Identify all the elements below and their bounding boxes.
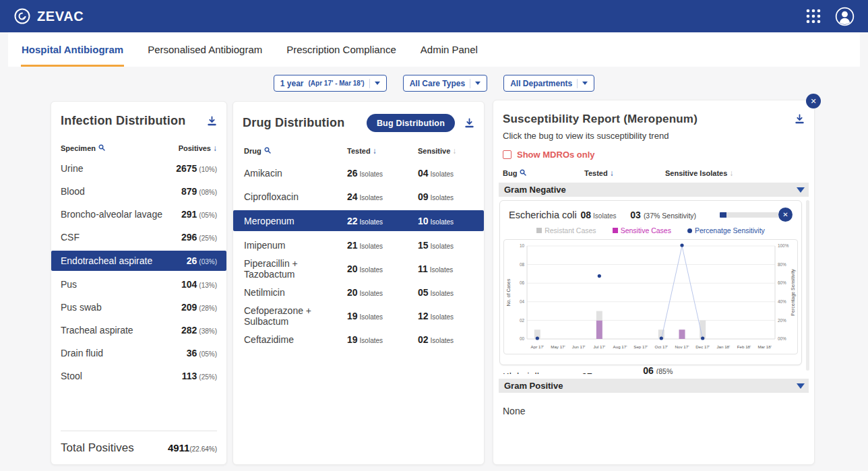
gram-positive-header[interactable]: Gram Positive [499, 379, 809, 393]
filter-departments[interactable]: All Departments [503, 75, 594, 92]
infection-row-stool[interactable]: Stool113(25%) [61, 365, 217, 387]
sensitivity-bar-fill [720, 212, 726, 218]
sort-icon[interactable]: ↓ [452, 146, 456, 156]
svg-text:No. of Cases: No. of Cases [506, 278, 511, 306]
drug-row-ceftazidime[interactable]: Ceftazidime19Isolates02Isolates [244, 327, 473, 351]
svg-text:Feb 18': Feb 18' [737, 344, 751, 349]
drug-row-ciprofloxacin[interactable]: Ciprofloxacin24Isolates09Isolates [244, 185, 473, 208]
svg-text:Jul 17': Jul 17' [593, 344, 605, 349]
dropdown-caret-icon[interactable] [475, 82, 480, 85]
sort-icon[interactable]: ↓ [729, 168, 733, 178]
tested-value: 08Isolates [581, 209, 631, 221]
drug-name: Ciprofloxacin [244, 191, 347, 202]
filter-date-range[interactable]: 1 year(Apr 17' - Mar 18') [274, 75, 387, 92]
infection-row-drain-fluid[interactable]: Drain fluid36(05%) [61, 342, 217, 365]
column-specimen[interactable]: Specimen [61, 144, 105, 152]
drug-row-meropenum[interactable]: Meropenum22Isolates10Isolates [233, 210, 484, 231]
sort-desc-icon[interactable]: ↓ [610, 168, 614, 178]
specimen-label: Endotracheal aspirate [61, 255, 152, 266]
total-positives-label: Total Positives [61, 441, 134, 455]
legend-item-resistant-cases: Resistant Cases [536, 226, 596, 234]
filter-label: All Care Types [410, 79, 465, 88]
total-positives: Total Positives 4911(22.64%) [61, 431, 217, 464]
tab-hospital-antibiogram[interactable]: Hospital Antibiogram [21, 32, 124, 67]
search-icon[interactable] [520, 169, 526, 177]
tab-admin-panel[interactable]: Admin Panel [420, 32, 478, 67]
sensitive-value: 04Isolates [418, 168, 473, 179]
collapse-icon[interactable] [797, 187, 805, 193]
tested-value: 19Isolates [347, 311, 418, 321]
tab-personalised-antibiogram[interactable]: Personalised Antibiogram [147, 32, 263, 67]
app-header: ZEVAC [0, 0, 868, 32]
sensitive-value: 12Isolates [418, 311, 473, 321]
total-positives-value: 4911(22.64%) [168, 442, 217, 454]
close-button[interactable]: ✕ [778, 208, 793, 222]
svg-text:60%: 60% [778, 280, 786, 285]
dropdown-caret-icon[interactable] [375, 82, 380, 85]
gram-negative-header[interactable]: Gram Negative [499, 183, 809, 197]
specimen-label: Broncho-alveolar lavage [61, 209, 162, 220]
profile-icon[interactable] [835, 7, 855, 26]
infection-row-tracheal-aspirate[interactable]: Tracheal aspirate282(38%) [61, 319, 217, 342]
download-icon[interactable] [795, 114, 805, 125]
infection-row-blood[interactable]: Blood879(08%) [61, 180, 217, 203]
bug-distribution-button[interactable]: Bug Distribution [367, 114, 455, 132]
search-icon[interactable] [264, 147, 271, 155]
infection-row-pus-swab[interactable]: Pus swab209(28%) [61, 296, 217, 319]
mdro-filter[interactable]: Show MDROs only [503, 150, 805, 160]
drug-row-netilmicin[interactable]: Netilmicin20Isolates05Isolates [244, 280, 473, 304]
tab-prescription-compliance[interactable]: Prescription Compliance [286, 32, 397, 67]
column-positives[interactable]: Positives↓ [179, 144, 217, 153]
collapse-icon[interactable] [797, 383, 805, 389]
filter-care-types[interactable]: All Care Types [403, 75, 487, 92]
specimen-label: CSF [61, 232, 80, 243]
scrollbar[interactable] [806, 200, 809, 371]
column-tested[interactable]: Tested↓ [584, 168, 665, 178]
close-button[interactable]: ✕ [806, 94, 821, 108]
column-drug[interactable]: Drug [244, 147, 347, 155]
infection-row-urine[interactable]: Urine2675(10%) [61, 157, 217, 180]
column-sensitive-isolates[interactable]: Sensitive Isolates↓ [665, 168, 733, 178]
dropdown-caret-icon[interactable] [582, 82, 588, 85]
download-icon[interactable] [207, 116, 217, 127]
drug-row-cefoperazone-sulbactum[interactable]: Cefoperazone + Sulbactum19Isolates12Isol… [244, 304, 473, 327]
bug-card-escherichia-coli: Escherichia coli08Isolates03(37% Sensiti… [499, 200, 802, 365]
bug-row-klebsiella[interactable]: Klebsiella07Isolates06(85% Sensitivity)↗ [501, 365, 802, 374]
drug-row-piperacillin-tazobactum[interactable]: Piperacillin + Tazobactum20Isolates11Iso… [244, 257, 473, 280]
infection-row-endotracheal-aspirate[interactable]: Endotracheal aspirate26(03%) [51, 251, 226, 271]
infection-panel-title: Infection Distribution [61, 114, 185, 128]
sensitive-value: 03(37% Sensitivity) [630, 209, 720, 221]
svg-text:May 17': May 17' [551, 344, 565, 349]
column-bug[interactable]: Bug [503, 169, 584, 177]
drug-row-amikacin[interactable]: Amikacin26Isolates04Isolates [244, 161, 473, 185]
infection-row-csf[interactable]: CSF296(25%) [61, 226, 217, 249]
infection-rows: Urine2675(10%)Blood879(08%)Broncho-alveo… [61, 157, 217, 387]
search-icon[interactable] [98, 144, 105, 152]
tested-value: 21Isolates [347, 240, 418, 251]
specimen-label: Stool [61, 371, 82, 381]
svg-text:20%: 20% [778, 318, 786, 323]
infection-row-broncho-alveolar-lavage[interactable]: Broncho-alveolar lavage291(05%) [61, 203, 217, 226]
expand-icon[interactable]: ↗ [793, 372, 801, 375]
sensitive-value: 02Isolates [418, 334, 473, 345]
mdro-checkbox[interactable] [503, 150, 512, 159]
bug-row-escherichia-coli[interactable]: Escherichia coli08Isolates03(37% Sensiti… [500, 201, 801, 222]
download-icon[interactable] [464, 118, 474, 129]
sensitive-value: 10Isolates [418, 216, 473, 226]
drug-name: Netilmicin [244, 287, 347, 298]
sensitive-value: 05Isolates [418, 287, 473, 298]
tested-value: 26Isolates [347, 168, 418, 179]
column-tested[interactable]: Tested↓ [347, 146, 418, 156]
svg-text:Aug 17': Aug 17' [613, 344, 627, 349]
svg-text:Jun 17': Jun 17' [572, 344, 586, 349]
sort-desc-icon[interactable]: ↓ [213, 144, 217, 153]
filter-detail: (Apr 17' - Mar 18') [309, 80, 365, 87]
drug-row-imipenum[interactable]: Imipenum21Isolates15Isolates [244, 233, 473, 257]
sort-desc-icon[interactable]: ↓ [373, 146, 377, 156]
svg-text:Sep 17': Sep 17' [633, 344, 648, 349]
legend-label: Sensitive Cases [621, 226, 671, 234]
apps-grid-icon[interactable] [805, 8, 822, 24]
legend-marker [536, 228, 542, 233]
infection-row-pus[interactable]: Pus104(13%) [61, 273, 217, 296]
column-sensitive[interactable]: Sensitive↓ [418, 146, 473, 156]
